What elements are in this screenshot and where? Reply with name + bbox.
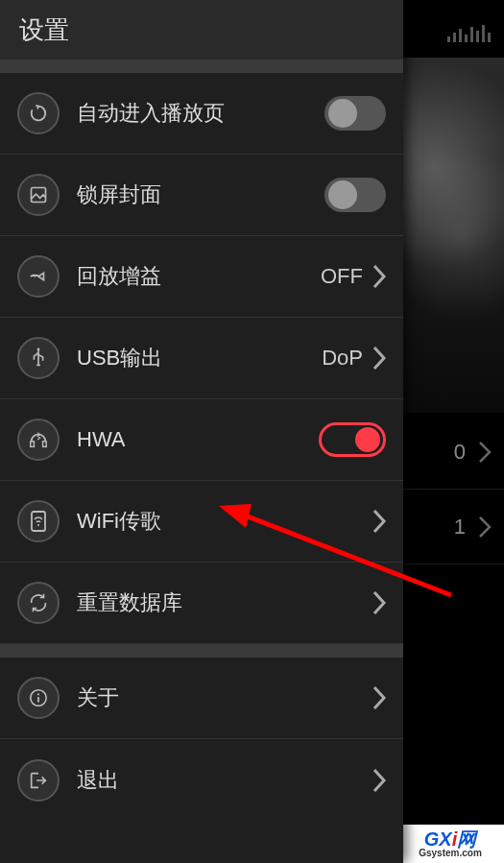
row-value: DoP <box>322 346 363 371</box>
row-label: WiFi传歌 <box>77 507 372 536</box>
row-label: 退出 <box>77 766 372 795</box>
equalizer-icon <box>447 23 491 42</box>
row-usb-output[interactable]: USB输出 DoP <box>0 318 403 399</box>
row-rebuild-database[interactable]: 重置数据库 <box>0 563 403 644</box>
refresh-icon <box>17 92 60 134</box>
row-label: 自动进入播放页 <box>77 99 324 128</box>
svg-point-1 <box>37 348 40 350</box>
chevron-right-icon <box>372 685 386 710</box>
row-hwa[interactable]: HWA <box>0 399 403 481</box>
row-count: 1 <box>454 515 466 539</box>
toggle-switch[interactable] <box>324 178 386 212</box>
usb-icon <box>17 337 60 379</box>
chevron-right-icon <box>372 590 386 615</box>
concert-image <box>403 58 504 413</box>
toggle-switch[interactable] <box>319 422 386 457</box>
row-label: USB输出 <box>77 344 322 372</box>
chevron-right-icon <box>479 442 491 463</box>
row-count: 0 <box>454 440 466 465</box>
row-label: 重置数据库 <box>77 588 372 617</box>
row-replay-gain[interactable]: 回放增益 OFF <box>0 236 403 318</box>
row-about[interactable]: 关于 <box>0 658 403 739</box>
row-label: 回放增益 <box>77 262 321 291</box>
chevron-right-icon <box>372 264 386 289</box>
page-title: 设置 <box>19 13 69 47</box>
chevron-right-icon <box>372 768 386 793</box>
waves-icon <box>17 255 60 298</box>
row-label: 关于 <box>77 683 372 712</box>
background-strip: 0 1 <box>403 0 504 863</box>
info-icon <box>17 677 60 719</box>
row-lockscreen-cover[interactable]: 锁屏封面 <box>0 155 403 236</box>
row-label: 锁屏封面 <box>77 180 324 209</box>
bluetooth-headset-icon <box>17 419 60 461</box>
row-exit[interactable]: 退出 <box>0 739 403 821</box>
bg-list-row[interactable]: 1 <box>403 490 504 564</box>
row-label: HWA <box>77 427 319 452</box>
svg-point-7 <box>37 693 39 695</box>
svg-rect-2 <box>31 442 35 447</box>
settings-panel: 设置 自动进入播放页 锁屏封面 回放增益 OFF <box>0 0 403 863</box>
phone-wifi-icon <box>17 500 60 542</box>
chevron-right-icon <box>479 516 491 538</box>
section-divider <box>0 644 403 658</box>
chevron-right-icon <box>372 509 386 534</box>
section-divider <box>0 60 403 73</box>
svg-rect-3 <box>43 442 47 447</box>
exit-icon <box>17 759 60 802</box>
panel-header: 设置 <box>0 0 403 60</box>
row-value: OFF <box>321 264 363 289</box>
sync-icon <box>17 582 60 624</box>
toggle-switch[interactable] <box>324 96 386 131</box>
watermark-logo: GXi网 Gsystem.com <box>396 825 504 863</box>
svg-point-5 <box>37 524 39 526</box>
image-icon <box>17 174 60 216</box>
row-wifi-transfer[interactable]: WiFi传歌 <box>0 481 403 563</box>
chevron-right-icon <box>372 346 386 371</box>
bg-list-row[interactable]: 0 <box>403 415 504 490</box>
row-auto-enter-player[interactable]: 自动进入播放页 <box>0 73 403 155</box>
